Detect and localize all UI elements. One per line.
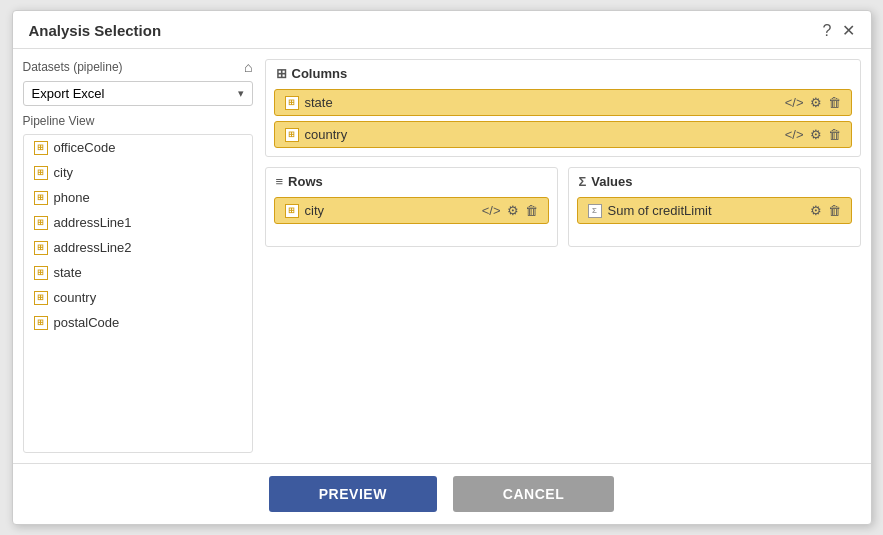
datasets-dropdown[interactable]: Export Excel ▾	[23, 81, 253, 106]
cancel-button[interactable]: CANCEL	[453, 476, 614, 512]
datasets-label-text: Datasets (pipeline)	[23, 60, 123, 74]
settings-icon[interactable]: ⚙	[810, 127, 822, 142]
chevron-down-icon: ▾	[238, 87, 244, 100]
chip-left: ⊞ country	[285, 127, 348, 142]
pipeline-item-label: state	[54, 265, 82, 280]
values-zone-header: Σ Values	[569, 168, 860, 193]
help-icon[interactable]: ?	[823, 22, 832, 40]
list-item[interactable]: ⊞ phone	[24, 185, 252, 210]
field-type-icon: ⊞	[34, 191, 48, 205]
rows-label: Rows	[288, 174, 323, 189]
preview-button[interactable]: PREVIEW	[269, 476, 437, 512]
field-type-icon: ⊞	[34, 141, 48, 155]
field-type-icon: ⊞	[285, 128, 299, 142]
pipeline-item-label: city	[54, 165, 74, 180]
pipeline-list: ⊞ officeCode ⊞ city ⊞ phone ⊞ addressLin…	[23, 134, 253, 453]
rows-zone: ≡ Rows ⊞ city </> ⚙ 🗑	[265, 167, 558, 247]
settings-icon[interactable]: ⚙	[810, 95, 822, 110]
rows-zone-header: ≡ Rows	[266, 168, 557, 193]
values-zone: Σ Values Σ Sum of creditLimit ⚙ 🗑	[568, 167, 861, 247]
home-icon[interactable]: ⌂	[244, 59, 252, 75]
code-icon[interactable]: </>	[785, 95, 804, 110]
chip-left: ⊞ state	[285, 95, 333, 110]
field-type-icon: ⊞	[34, 266, 48, 280]
right-panel: ⊞ Columns ⊞ state </> ⚙ 🗑	[265, 59, 861, 453]
field-type-icon: ⊞	[285, 96, 299, 110]
field-type-icon: ⊞	[34, 241, 48, 255]
delete-icon[interactable]: 🗑	[828, 95, 841, 110]
list-item[interactable]: ⊞ postalCode	[24, 310, 252, 335]
pipeline-view-label: Pipeline View	[23, 114, 253, 128]
list-item[interactable]: ⊞ state	[24, 260, 252, 285]
rows-icon: ≡	[276, 174, 284, 189]
pipeline-item-label: phone	[54, 190, 90, 205]
pipeline-item-label: country	[54, 290, 97, 305]
columns-field-chip-country: ⊞ country </> ⚙ 🗑	[274, 121, 852, 148]
columns-icon: ⊞	[276, 66, 287, 81]
columns-zone-header: ⊞ Columns	[266, 60, 860, 85]
columns-label: Columns	[292, 66, 348, 81]
chip-actions: </> ⚙ 🗑	[785, 127, 841, 142]
chip-left: Σ Sum of creditLimit	[588, 203, 712, 218]
list-item[interactable]: ⊞ country	[24, 285, 252, 310]
pipeline-item-label: postalCode	[54, 315, 120, 330]
datasets-label-row: Datasets (pipeline) ⌂	[23, 59, 253, 75]
settings-icon[interactable]: ⚙	[810, 203, 822, 218]
field-type-icon: ⊞	[34, 216, 48, 230]
dialog-footer: PREVIEW CANCEL	[13, 463, 871, 524]
pipeline-item-label: officeCode	[54, 140, 116, 155]
field-type-icon: ⊞	[34, 166, 48, 180]
values-items: Σ Sum of creditLimit ⚙ 🗑	[569, 193, 860, 228]
pipeline-item-label: addressLine1	[54, 215, 132, 230]
analysis-selection-dialog: Analysis Selection ? ✕ Datasets (pipelin…	[12, 10, 872, 525]
columns-items: ⊞ state </> ⚙ 🗑 ⊞ country	[266, 85, 860, 156]
field-type-icon: ⊞	[34, 316, 48, 330]
chip-label: Sum of creditLimit	[608, 203, 712, 218]
values-field-chip-credit: Σ Sum of creditLimit ⚙ 🗑	[577, 197, 852, 224]
delete-icon[interactable]: 🗑	[525, 203, 538, 218]
chip-actions: ⚙ 🗑	[810, 203, 841, 218]
columns-zone: ⊞ Columns ⊞ state </> ⚙ 🗑	[265, 59, 861, 157]
header-icons: ? ✕	[823, 21, 855, 40]
rows-field-chip-city: ⊞ city </> ⚙ 🗑	[274, 197, 549, 224]
chip-left: ⊞ city	[285, 203, 325, 218]
chip-label: city	[305, 203, 325, 218]
list-item[interactable]: ⊞ addressLine1	[24, 210, 252, 235]
values-label: Values	[591, 174, 632, 189]
list-item[interactable]: ⊞ city	[24, 160, 252, 185]
rows-values-section: ≡ Rows ⊞ city </> ⚙ 🗑	[265, 167, 861, 247]
columns-field-chip-state: ⊞ state </> ⚙ 🗑	[274, 89, 852, 116]
values-sigma-icon: Σ	[579, 174, 587, 189]
field-type-icon: ⊞	[285, 204, 299, 218]
close-icon[interactable]: ✕	[842, 21, 855, 40]
code-icon[interactable]: </>	[785, 127, 804, 142]
chip-label: country	[305, 127, 348, 142]
chip-label: state	[305, 95, 333, 110]
rows-items: ⊞ city </> ⚙ 🗑	[266, 193, 557, 228]
settings-icon[interactable]: ⚙	[507, 203, 519, 218]
field-type-icon: Σ	[588, 204, 602, 218]
left-panel: Datasets (pipeline) ⌂ Export Excel ▾ Pip…	[23, 59, 253, 453]
field-type-icon: ⊞	[34, 291, 48, 305]
dialog-body: Datasets (pipeline) ⌂ Export Excel ▾ Pip…	[13, 49, 871, 463]
dialog-title: Analysis Selection	[29, 22, 162, 39]
dropdown-value: Export Excel	[32, 86, 105, 101]
list-item[interactable]: ⊞ officeCode	[24, 135, 252, 160]
chip-actions: </> ⚙ 🗑	[785, 95, 841, 110]
pipeline-item-label: addressLine2	[54, 240, 132, 255]
delete-icon[interactable]: 🗑	[828, 127, 841, 142]
code-icon[interactable]: </>	[482, 203, 501, 218]
dialog-header: Analysis Selection ? ✕	[13, 11, 871, 49]
list-item[interactable]: ⊞ addressLine2	[24, 235, 252, 260]
delete-icon[interactable]: 🗑	[828, 203, 841, 218]
chip-actions: </> ⚙ 🗑	[482, 203, 538, 218]
